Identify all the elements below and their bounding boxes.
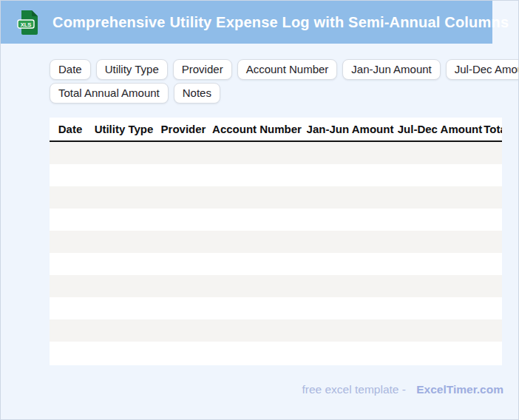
chip-row: DateUtility TypeProviderAccount NumberJa…: [50, 59, 519, 80]
table-cell: [50, 142, 91, 164]
file-fold: [32, 10, 38, 16]
table-cell: [396, 342, 484, 364]
table-cell: [396, 142, 484, 164]
table-cell: [157, 209, 210, 231]
table-cell: [396, 275, 484, 297]
table-cell: [50, 342, 91, 364]
table-cell: [50, 319, 91, 342]
table-cell: [396, 253, 484, 275]
column-chip[interactable]: Provider: [173, 59, 232, 80]
table-header-cell: Jul-Dec Amount: [396, 118, 484, 142]
column-chip[interactable]: Utility Type: [96, 59, 168, 80]
table-row: [50, 186, 502, 209]
table-cell: [304, 275, 396, 297]
table-cell: [304, 186, 396, 209]
table-cell: [210, 297, 304, 319]
table-cell: [484, 186, 502, 209]
table-header-row: DateUtility TypeProviderAccount NumberJa…: [50, 118, 502, 142]
table-cell: [91, 319, 157, 342]
table-cell: [210, 164, 304, 186]
table-cell: [210, 253, 304, 275]
table-cell: [157, 186, 210, 209]
table-cell: [91, 297, 157, 319]
table-cell: [50, 231, 91, 253]
table-cell: [157, 231, 210, 253]
column-chip[interactable]: Notes: [174, 83, 220, 104]
table-cell: [304, 231, 396, 253]
table-cell: [91, 142, 157, 164]
table-cell: [484, 164, 502, 186]
table-cell: [210, 209, 304, 231]
table-cell: [157, 319, 210, 342]
table-header-cell: Utility Type: [91, 118, 157, 142]
table-cell: [484, 209, 502, 231]
header-banner: XLS Comprehensive Utility Expense Log wi…: [1, 1, 492, 44]
column-chip[interactable]: Jan-Jun Amount: [342, 59, 440, 80]
table-cell: [91, 209, 157, 231]
table-header-cell: Account Number: [210, 118, 304, 142]
table-cell: [210, 319, 304, 342]
table-cell: [304, 164, 396, 186]
table-cell: [50, 275, 91, 297]
table-cell: [50, 164, 91, 186]
xls-badge-label: XLS: [21, 21, 32, 28]
table-cell: [484, 275, 502, 297]
table-cell: [157, 297, 210, 319]
table-cell: [157, 164, 210, 186]
table-cell: [91, 186, 157, 209]
table-body: [50, 142, 502, 364]
table-cell: [304, 142, 396, 164]
table-cell: [157, 342, 210, 364]
table-cell: [91, 231, 157, 253]
column-chips: DateUtility TypeProviderAccount NumberJa…: [50, 59, 519, 104]
footer-brand-link[interactable]: ExcelTimer.com: [416, 383, 503, 396]
table-header-cell: Date: [50, 118, 91, 142]
table-cell: [91, 275, 157, 297]
expense-table: DateUtility TypeProviderAccount NumberJa…: [50, 118, 502, 364]
table-cell: [484, 253, 502, 275]
table-cell: [157, 253, 210, 275]
column-chip[interactable]: Account Number: [237, 59, 338, 80]
column-chip[interactable]: Jul-Dec Amount: [446, 59, 519, 80]
table-cell: [91, 342, 157, 364]
table-header-cell: Provider: [157, 118, 210, 142]
table-row: [50, 253, 502, 275]
table-header-cell: Total Annual Amount: [484, 118, 502, 142]
table-cell: [304, 342, 396, 364]
table-cell: [210, 231, 304, 253]
footer: free excel template - ExcelTimer.com: [302, 383, 503, 396]
table-cell: [157, 275, 210, 297]
table-cell: [91, 164, 157, 186]
table-container: DateUtility TypeProviderAccount NumberJa…: [50, 118, 502, 365]
page-title: Comprehensive Utility Expense Log with S…: [52, 14, 509, 31]
table-cell: [210, 275, 304, 297]
table-cell: [396, 209, 484, 231]
table-cell: [304, 253, 396, 275]
table-row: [50, 231, 502, 253]
table-cell: [50, 297, 91, 319]
table-cell: [396, 319, 484, 342]
table-row: [50, 164, 502, 186]
table-row: [50, 319, 502, 342]
table-row: [50, 297, 502, 319]
table-cell: [396, 164, 484, 186]
table-cell: [484, 342, 502, 364]
table-cell: [210, 342, 304, 364]
table-cell: [304, 209, 396, 231]
table-cell: [484, 297, 502, 319]
table-cell: [484, 231, 502, 253]
table-cell: [210, 186, 304, 209]
table-cell: [396, 231, 484, 253]
page: XLS Comprehensive Utility Expense Log wi…: [0, 0, 519, 420]
table-row: [50, 209, 502, 231]
table-cell: [396, 297, 484, 319]
table-cell: [396, 186, 484, 209]
table-row: [50, 275, 502, 297]
table-cell: [210, 142, 304, 164]
column-chip[interactable]: Date: [50, 59, 91, 80]
column-chip[interactable]: Total Annual Amount: [50, 83, 169, 104]
chip-row: Total Annual AmountNotes: [50, 83, 519, 104]
table-cell: [484, 319, 502, 342]
table-cell: [50, 209, 91, 231]
table-row: [50, 342, 502, 364]
